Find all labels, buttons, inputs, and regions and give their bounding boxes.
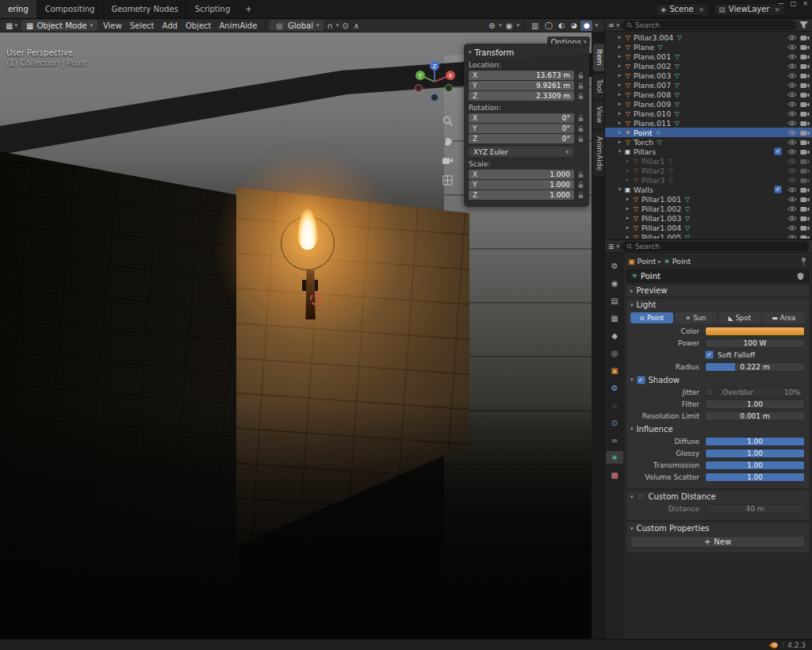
menu-item[interactable]: Select bbox=[126, 21, 159, 30]
camera-icon[interactable] bbox=[800, 120, 810, 127]
scale-field[interactable]: Z 1.000 bbox=[469, 190, 574, 200]
location-field[interactable]: Y 9.9261 m bbox=[469, 81, 574, 90]
shading-mode-button[interactable]: ● bbox=[580, 21, 592, 31]
expand-chevron-icon[interactable]: ▸ bbox=[624, 167, 631, 174]
camera-icon[interactable] bbox=[800, 186, 810, 193]
camera-icon[interactable] bbox=[800, 224, 810, 231]
workspace-tab[interactable]: Geometry Nodes bbox=[103, 0, 186, 18]
navigation-gizmo[interactable]: Z X Y bbox=[409, 56, 460, 107]
outliner-row[interactable]: ▸ ☀ Point ⊙ bbox=[605, 128, 812, 137]
outliner-row[interactable]: ▸ ▽ Pillar1.002 ▽ bbox=[605, 204, 812, 213]
scene-selector[interactable]: ◈ Scene × bbox=[656, 3, 709, 16]
eye-icon[interactable] bbox=[787, 139, 797, 146]
camera-icon[interactable] bbox=[800, 129, 810, 136]
properties-search-input[interactable] bbox=[635, 243, 804, 250]
outliner-row[interactable]: ▸ ▽ Plane.011 ▽ bbox=[605, 118, 812, 128]
menu-item[interactable]: Object bbox=[182, 21, 216, 30]
jitter-checkbox[interactable] bbox=[705, 388, 714, 396]
eye-icon[interactable] bbox=[787, 196, 797, 203]
custom-distance-checkbox[interactable] bbox=[637, 492, 645, 501]
outliner-row[interactable]: ▸ ▽ Pillar3.004 ▽ bbox=[605, 32, 812, 42]
properties-tab[interactable]: ⊙ bbox=[606, 416, 623, 429]
camera-icon[interactable] bbox=[800, 205, 810, 212]
menu-item[interactable]: Add bbox=[159, 21, 182, 30]
expand-chevron-icon[interactable]: ▸ bbox=[624, 234, 631, 239]
lock-icon[interactable] bbox=[577, 114, 584, 123]
outliner-row[interactable]: ▾ ▣ Walls ✓ bbox=[605, 185, 812, 194]
expand-chevron-icon[interactable]: ▸ bbox=[616, 129, 623, 136]
eye-icon[interactable] bbox=[787, 53, 797, 60]
eye-icon[interactable] bbox=[787, 158, 797, 165]
breadcrumb-object[interactable]: Point bbox=[638, 257, 657, 266]
light-panel-header[interactable]: ▾ Light bbox=[626, 299, 809, 311]
properties-tab[interactable]: ◉ bbox=[606, 277, 623, 289]
eye-icon[interactable] bbox=[787, 177, 797, 184]
eye-icon[interactable] bbox=[787, 215, 797, 222]
snap-magnet-icon[interactable]: ∩ bbox=[325, 21, 334, 30]
outliner-search-input[interactable] bbox=[635, 21, 791, 29]
camera-icon[interactable] bbox=[800, 196, 810, 203]
outliner-row[interactable]: ▸ ▽ Pillar1.003 ▽ bbox=[605, 213, 812, 223]
collection-checkbox[interactable]: ✓ bbox=[774, 147, 782, 155]
shading-mode-button[interactable]: ◕ bbox=[568, 21, 580, 31]
shading-mode-button[interactable]: ◐ bbox=[555, 21, 567, 31]
expand-chevron-icon[interactable]: ▸ bbox=[616, 63, 623, 69]
custom-distance-header[interactable]: ▾ Custom Distance bbox=[626, 491, 809, 503]
outliner-row[interactable]: ▸ ▽ Plane.007 ▽ bbox=[605, 80, 812, 90]
influence-slider[interactable]: 1.00 bbox=[705, 472, 805, 482]
location-field[interactable]: X 13.673 m bbox=[469, 71, 574, 80]
expand-chevron-icon[interactable]: ▸ bbox=[616, 53, 623, 59]
menu-item[interactable]: View bbox=[99, 21, 126, 30]
properties-tab[interactable]: ⚙ bbox=[606, 259, 623, 272]
overblur-field[interactable]: Overblur 10% bbox=[718, 388, 805, 397]
lock-icon[interactable] bbox=[577, 71, 584, 80]
camera-icon[interactable] bbox=[800, 158, 810, 165]
properties-search[interactable] bbox=[622, 242, 809, 251]
sidebar-tab[interactable]: AnimAide bbox=[593, 131, 604, 176]
camera-icon[interactable] bbox=[800, 148, 810, 155]
location-field[interactable]: Z 2.3309 m bbox=[469, 91, 574, 101]
falloff-icon[interactable]: ∧ bbox=[352, 21, 361, 30]
light-type-button[interactable]: ◣ Spot bbox=[718, 312, 761, 323]
shading-mode-button[interactable]: ◯ bbox=[542, 21, 554, 31]
outliner-row[interactable]: ▸ ▽ Pillar1.004 ▽ bbox=[605, 223, 812, 232]
resolution-limit-field[interactable]: 0.001 m bbox=[705, 411, 805, 421]
outliner-row[interactable]: ▸ ▽ Plane.010 ▽ bbox=[605, 109, 812, 118]
camera-icon[interactable] bbox=[800, 110, 810, 117]
camera-icon[interactable] bbox=[800, 215, 810, 222]
outliner-row[interactable]: ▾ ▣ Pillars ✓ bbox=[605, 147, 812, 156]
expand-chevron-icon[interactable]: ▸ bbox=[624, 205, 631, 212]
camera-icon[interactable] bbox=[800, 101, 810, 108]
preview-panel-header[interactable]: ▸ Preview bbox=[626, 285, 809, 296]
pan-hand-icon[interactable] bbox=[442, 135, 454, 147]
expand-chevron-icon[interactable]: ▸ bbox=[624, 224, 631, 231]
outliner-row[interactable]: ▸ ▽ Plane.008 ▽ bbox=[605, 90, 812, 99]
add-workspace-button[interactable]: + bbox=[239, 5, 258, 13]
properties-tab[interactable]: ◆ bbox=[606, 329, 623, 342]
orientation-selector[interactable]: ◎ Global ▾ bbox=[270, 20, 324, 31]
influence-slider[interactable]: 1.00 bbox=[705, 437, 805, 446]
eye-icon[interactable] bbox=[787, 224, 797, 231]
eye-icon[interactable] bbox=[787, 148, 797, 155]
workspace-tab[interactable]: ering bbox=[0, 0, 37, 18]
rotation-field[interactable]: X 0° bbox=[469, 113, 574, 123]
expand-chevron-icon[interactable]: ▸ bbox=[616, 34, 623, 40]
outliner-editor-icon[interactable]: ≡ bbox=[608, 21, 615, 29]
show-gizmos-icon[interactable]: ⊕ bbox=[487, 21, 496, 30]
visibility-icon[interactable]: ▥ bbox=[530, 21, 540, 30]
fake-user-shield-icon[interactable] bbox=[797, 272, 804, 281]
camera-icon[interactable] bbox=[800, 177, 810, 184]
workspace-tab[interactable]: Scripting bbox=[187, 0, 239, 18]
eye-icon[interactable] bbox=[787, 63, 797, 70]
eye-icon[interactable] bbox=[787, 234, 797, 239]
expand-chevron-icon[interactable]: ▸ bbox=[616, 110, 623, 117]
soft-falloff-checkbox[interactable]: ✓ Soft Falloff bbox=[705, 350, 805, 359]
lock-icon[interactable] bbox=[577, 92, 584, 101]
filter-field[interactable]: 1.00 bbox=[705, 400, 805, 409]
power-field[interactable]: 100 W bbox=[705, 338, 805, 348]
distance-field[interactable]: 40 m bbox=[705, 504, 805, 514]
properties-tab[interactable]: ∴ bbox=[606, 399, 623, 411]
new-property-button[interactable]: + New bbox=[630, 536, 805, 548]
shadow-checkbox[interactable]: ✓ bbox=[637, 376, 645, 384]
outliner-search[interactable] bbox=[622, 21, 796, 30]
